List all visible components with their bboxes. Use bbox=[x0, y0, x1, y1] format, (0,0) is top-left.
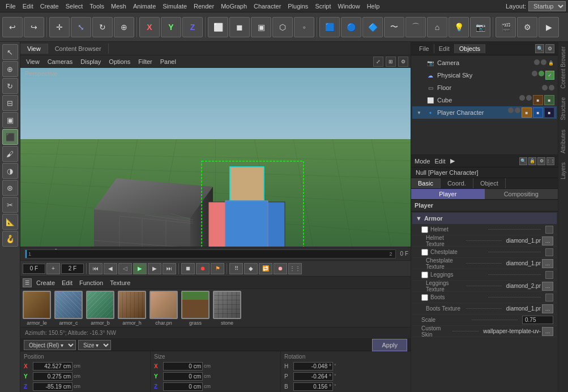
cube-vis-dot[interactable] bbox=[519, 95, 525, 101]
menu-tools[interactable]: Tools bbox=[86, 2, 108, 11]
player-render-dot[interactable] bbox=[515, 107, 520, 113]
custom-skin-more-button[interactable]: … bbox=[542, 327, 553, 336]
boots-color-swatch[interactable] bbox=[545, 294, 553, 301]
material-stone[interactable]: stone bbox=[213, 291, 241, 326]
zoom-icon[interactable]: ⊟ bbox=[2, 95, 18, 111]
menu-script[interactable]: Script bbox=[311, 2, 334, 11]
materials-edit[interactable]: Edit bbox=[59, 278, 75, 287]
material-armor-c[interactable]: armor_c bbox=[54, 291, 83, 326]
player-mat3-icon[interactable]: ■ bbox=[544, 107, 554, 118]
coord-system-select[interactable]: Object (Rel) ▾ bbox=[24, 340, 76, 350]
play-back-button[interactable]: ◁ bbox=[118, 263, 132, 274]
sky-vis-dot[interactable] bbox=[532, 71, 537, 76]
tab-content-browser[interactable]: Content Browser bbox=[48, 44, 109, 54]
viewport-expand-icon[interactable]: ⤢ bbox=[373, 57, 383, 67]
menu-simulate[interactable]: Simulate bbox=[159, 2, 190, 11]
submenu-cameras[interactable]: Cameras bbox=[44, 57, 76, 66]
frame-step-plus-button[interactable]: + bbox=[46, 263, 60, 274]
measure-icon[interactable]: 📐 bbox=[2, 214, 18, 230]
attr-arrow-icon[interactable]: ▶ bbox=[450, 157, 455, 165]
model-mode-button[interactable]: ⬜ bbox=[208, 17, 228, 37]
right-label-structure[interactable]: Structure bbox=[559, 93, 567, 125]
position-x-input[interactable] bbox=[33, 362, 72, 371]
menu-plugins[interactable]: Plugins bbox=[284, 2, 311, 11]
menu-character[interactable]: Character bbox=[250, 2, 284, 11]
texture-mode-button[interactable]: ◼ bbox=[229, 17, 250, 37]
render-view-icon[interactable]: ▣ bbox=[2, 112, 18, 128]
go-last-frame-button[interactable]: ⏭ bbox=[163, 263, 176, 274]
edge-mode-button[interactable]: ⬡ bbox=[272, 17, 293, 37]
materials-texture[interactable]: Texture bbox=[108, 278, 133, 287]
boots-checkbox[interactable] bbox=[421, 294, 428, 301]
floor-vis-dot[interactable] bbox=[542, 85, 548, 91]
helmet-texture-more-button[interactable]: … bbox=[542, 236, 553, 245]
submenu-filter[interactable]: Filter bbox=[135, 57, 155, 66]
object-item-physical-sky[interactable]: ☁ Physical Sky ✓ bbox=[412, 69, 557, 81]
submenu-view[interactable]: View bbox=[23, 57, 43, 66]
boots-texture-more-button[interactable]: … bbox=[542, 304, 553, 313]
cube-mat-icon[interactable]: ■ bbox=[533, 95, 543, 105]
material-grass[interactable]: grass bbox=[181, 291, 210, 326]
drag-button[interactable]: ⠿ bbox=[229, 263, 243, 274]
go-first-frame-button[interactable]: ⏮ bbox=[89, 263, 103, 274]
y-axis-button[interactable]: Y bbox=[161, 17, 181, 37]
move-tool-button[interactable]: ✛ bbox=[49, 17, 70, 37]
paint-icon[interactable]: 🖌 bbox=[2, 146, 18, 162]
player-vis-dot[interactable] bbox=[508, 107, 514, 113]
object-item-camera[interactable]: 📷 Camera 🔒 bbox=[412, 57, 557, 69]
attr-mode-label[interactable]: Mode bbox=[415, 158, 430, 165]
floor-render-dot[interactable] bbox=[549, 85, 554, 91]
point-mode-button[interactable]: ◦ bbox=[294, 17, 314, 37]
viewport-layout-icon[interactable]: ⊞ bbox=[386, 57, 396, 67]
camera-render-dot[interactable] bbox=[541, 59, 546, 65]
leggings-checkbox[interactable] bbox=[421, 272, 428, 278]
orbit-icon[interactable]: ↻ bbox=[2, 78, 18, 94]
armor-section-header[interactable]: ▼ Armor bbox=[412, 213, 557, 224]
more-button[interactable]: ⋮⋮ bbox=[288, 263, 302, 274]
attr-more-icon[interactable]: ⋮⋮ bbox=[546, 157, 554, 165]
material-armor-h[interactable]: armor_h bbox=[118, 291, 146, 326]
size-mode-select[interactable]: Size ▾ bbox=[78, 340, 111, 350]
camera-lock-icon[interactable]: 🔒 bbox=[548, 59, 554, 66]
camera-vis-dot[interactable] bbox=[534, 59, 540, 65]
menu-select[interactable]: Select bbox=[62, 2, 87, 11]
rotate-tool-button[interactable]: ↻ bbox=[92, 17, 113, 37]
menu-window[interactable]: Window bbox=[335, 2, 364, 11]
material-armor-le[interactable]: armor_le bbox=[23, 291, 51, 326]
rotation-p-input[interactable] bbox=[293, 372, 333, 381]
materials-create[interactable]: Create bbox=[34, 278, 57, 287]
menu-mograph[interactable]: MoGraph bbox=[217, 2, 250, 11]
viewport-settings-icon[interactable]: ⚙ bbox=[398, 57, 408, 67]
x-axis-button[interactable]: X bbox=[139, 17, 160, 37]
knife-icon[interactable]: ✂ bbox=[2, 197, 18, 213]
prev-frame-button[interactable]: ◀ bbox=[104, 263, 117, 274]
chestplate-checkbox[interactable] bbox=[421, 249, 428, 256]
layout-select[interactable]: Startup bbox=[528, 1, 566, 11]
leggings-texture-more-button[interactable]: … bbox=[542, 282, 553, 291]
menu-animate[interactable]: Animate bbox=[130, 2, 159, 11]
undo-button[interactable]: ↩ bbox=[2, 17, 23, 37]
leggings-color-swatch[interactable] bbox=[545, 271, 553, 279]
objects-tab-objects[interactable]: Objects bbox=[455, 44, 485, 53]
hook-icon[interactable]: 🪝 bbox=[2, 231, 18, 247]
size-y-input[interactable] bbox=[163, 372, 203, 381]
camera-button[interactable]: 📷 bbox=[470, 17, 490, 37]
materials-function[interactable]: Function bbox=[77, 278, 105, 287]
joint-icon[interactable]: ⊛ bbox=[2, 180, 18, 196]
menu-help[interactable]: Help bbox=[364, 2, 383, 11]
objects-tab-file[interactable]: File bbox=[415, 44, 434, 53]
cube-render-dot[interactable] bbox=[526, 95, 532, 101]
next-frame-button[interactable]: ▶ bbox=[148, 263, 161, 274]
tab-player[interactable]: Player bbox=[411, 189, 485, 199]
tab-compositing[interactable]: Compositing bbox=[485, 189, 558, 199]
helmet-checkbox[interactable] bbox=[421, 226, 428, 233]
active-tool-icon[interactable]: ⬛ bbox=[2, 129, 18, 145]
submenu-display[interactable]: Display bbox=[77, 57, 104, 66]
menu-render[interactable]: Render bbox=[190, 2, 217, 11]
menu-file[interactable]: File bbox=[2, 2, 19, 11]
record-button[interactable]: ⏺ bbox=[196, 263, 210, 274]
menu-mesh[interactable]: Mesh bbox=[108, 2, 130, 11]
chestplate-texture-more-button[interactable]: … bbox=[542, 259, 553, 268]
player-mat2-icon[interactable]: ■ bbox=[533, 107, 543, 118]
rotation-b-input[interactable] bbox=[293, 382, 333, 391]
